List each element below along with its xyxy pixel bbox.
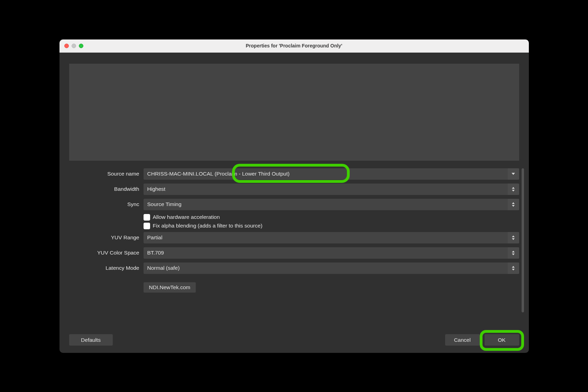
yuv-space-value: BT.709 bbox=[144, 250, 164, 256]
source-name-dropdown[interactable]: CHRISS-MAC-MINI.LOCAL (Proclaim - Lower … bbox=[144, 168, 519, 180]
allow-hw-label: Allow hardware acceleration bbox=[153, 214, 220, 220]
yuv-range-label: YUV Range bbox=[69, 234, 144, 241]
fix-alpha-row: Fix alpha blending (adds a filter to thi… bbox=[144, 223, 519, 229]
ok-button[interactable]: OK bbox=[485, 334, 519, 346]
source-name-label: Source name bbox=[69, 171, 144, 177]
latency-label: Latency Mode bbox=[69, 265, 144, 271]
source-name-value: CHRISS-MAC-MINI.LOCAL (Proclaim - Lower … bbox=[144, 171, 290, 177]
allow-hw-checkbox[interactable] bbox=[144, 214, 150, 221]
defaults-button[interactable]: Defaults bbox=[69, 334, 113, 346]
sync-row: Sync Source Timing bbox=[69, 199, 519, 210]
latency-row: Latency Mode Normal (safe) bbox=[69, 262, 519, 274]
bandwidth-value: Highest bbox=[144, 186, 166, 192]
scrollbar[interactable] bbox=[522, 168, 524, 314]
window-title: Properties for 'Proclaim Foreground Only… bbox=[59, 43, 529, 48]
sync-dropdown[interactable]: Source Timing bbox=[144, 199, 519, 210]
yuv-space-label: YUV Color Space bbox=[69, 250, 144, 256]
scrollbar-thumb[interactable] bbox=[522, 168, 524, 312]
source-name-row: Source name CHRISS-MAC-MINI.LOCAL (Procl… bbox=[69, 168, 519, 180]
chevron-down-icon[interactable] bbox=[508, 168, 519, 180]
bandwidth-row: Bandwidth Highest bbox=[69, 184, 519, 195]
stepper-icon[interactable] bbox=[508, 262, 519, 274]
properties-window: Properties for 'Proclaim Foreground Only… bbox=[59, 39, 529, 353]
stepper-icon[interactable] bbox=[508, 184, 519, 195]
fix-alpha-label: Fix alpha blending (adds a filter to thi… bbox=[153, 223, 263, 229]
cancel-button[interactable]: Cancel bbox=[445, 334, 480, 346]
sync-value: Source Timing bbox=[144, 201, 182, 207]
yuv-space-row: YUV Color Space BT.709 bbox=[69, 247, 519, 259]
stepper-icon[interactable] bbox=[508, 199, 519, 210]
titlebar: Properties for 'Proclaim Foreground Only… bbox=[59, 39, 529, 53]
stepper-icon[interactable] bbox=[508, 232, 519, 243]
ndi-link-button[interactable]: NDI.NewTek.com bbox=[144, 282, 196, 293]
bandwidth-dropdown[interactable]: Highest bbox=[144, 184, 519, 195]
yuv-space-dropdown[interactable]: BT.709 bbox=[144, 247, 519, 259]
allow-hw-row: Allow hardware acceleration bbox=[144, 214, 519, 221]
footer: Defaults Cancel OK bbox=[59, 327, 529, 353]
latency-dropdown[interactable]: Normal (safe) bbox=[144, 262, 519, 274]
content-area: Source name CHRISS-MAC-MINI.LOCAL (Procl… bbox=[59, 53, 529, 327]
form-area: Source name CHRISS-MAC-MINI.LOCAL (Procl… bbox=[69, 168, 519, 327]
sync-label: Sync bbox=[69, 201, 144, 207]
bandwidth-label: Bandwidth bbox=[69, 186, 144, 192]
stepper-icon[interactable] bbox=[508, 247, 519, 259]
yuv-range-dropdown[interactable]: Partial bbox=[144, 232, 519, 243]
fix-alpha-checkbox[interactable] bbox=[144, 223, 150, 229]
yuv-range-value: Partial bbox=[144, 234, 163, 241]
latency-value: Normal (safe) bbox=[144, 265, 180, 271]
checkbox-group: Allow hardware acceleration Fix alpha bl… bbox=[69, 214, 519, 229]
source-preview bbox=[69, 64, 519, 161]
yuv-range-row: YUV Range Partial bbox=[69, 232, 519, 243]
